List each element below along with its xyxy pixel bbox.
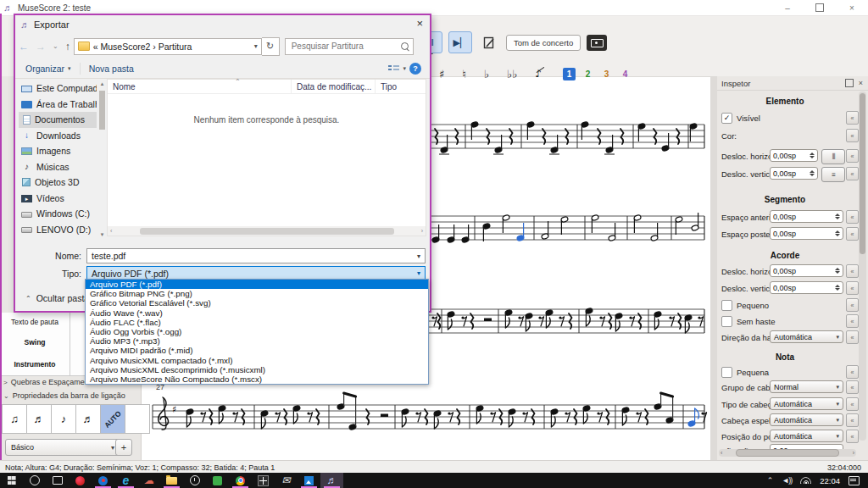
organize-menu[interactable]: Organizar ▾: [25, 64, 71, 74]
reset-button[interactable]: «: [846, 227, 859, 241]
sidebar-item-objects3d[interactable]: Objetos 3D: [19, 175, 97, 191]
help-icon[interactable]: ?: [409, 63, 421, 75]
taskbar-start-button[interactable]: [0, 473, 23, 488]
concert-pitch-button[interactable]: Tom de concerto: [506, 35, 581, 51]
image-capture-button[interactable]: [478, 32, 500, 53]
taskbar-file-explorer-button[interactable]: [160, 473, 183, 488]
snap-vertical-icon[interactable]: ≡: [821, 167, 845, 182]
hide-folders-button[interactable]: ⌃ Ocultar pastas: [25, 293, 93, 303]
scrollbar-thumb[interactable]: [736, 449, 839, 457]
filetype-option[interactable]: Áudio FLAC (*.flac): [86, 318, 428, 327]
filetype-option[interactable]: Áudio Ogg Vorbis (*.ogg): [86, 327, 428, 336]
minimize-button[interactable]: –: [771, 0, 804, 15]
taskbar-chrome-button[interactable]: [229, 473, 252, 488]
reset-button[interactable]: «: [846, 397, 859, 411]
reset-button[interactable]: «: [846, 149, 859, 163]
spinner-icon[interactable]: [835, 268, 840, 274]
reset-button[interactable]: «: [846, 129, 859, 142]
sidebar-item-music[interactable]: ♪Músicas: [19, 159, 97, 175]
palette-item-instrument[interactable]: Instrumento: [0, 353, 70, 375]
taskbar-cortana-button[interactable]: [23, 473, 46, 488]
palette-beam-props-section[interactable]: ⌄ Propriedades da barra de ligação: [3, 391, 125, 400]
spinner-icon[interactable]: [810, 152, 815, 158]
scroll-up-icon[interactable]: ▴: [98, 80, 106, 87]
snap-horizontal-icon[interactable]: ⫼: [821, 149, 845, 164]
close-button[interactable]: ×: [836, 0, 868, 15]
filetype-option[interactable]: Arquivo MIDI padrão (*.mid): [86, 346, 428, 355]
stem-direction-select[interactable]: Automática ▾: [770, 330, 843, 343]
column-name[interactable]: Nome ⌃: [108, 80, 292, 93]
taskbar-app-grid-button[interactable]: [252, 473, 275, 488]
sidebar-item-drive[interactable]: LENOVO (D:): [19, 222, 97, 238]
chord-offset-h-field[interactable]: 0,00sp: [770, 264, 843, 277]
sidebar-item-pictures[interactable]: Imagens: [19, 143, 97, 159]
column-type[interactable]: Tipo: [376, 80, 426, 93]
chord-small-checkbox[interactable]: Pequeno: [721, 298, 769, 312]
reset-button[interactable]: «: [846, 314, 859, 328]
mirror-head-select[interactable]: Automática ▾: [770, 413, 843, 426]
natural-button[interactable]: ♮: [462, 68, 466, 80]
taskbar-app-blue-button[interactable]: [92, 473, 114, 488]
wifi-icon[interactable]: [800, 477, 811, 484]
scroll-left-icon[interactable]: ‹: [110, 228, 112, 234]
beam-start-button[interactable]: ♫: [2, 404, 27, 434]
head-type-select[interactable]: Automática ▾: [770, 397, 843, 410]
taskbar-task-view-button[interactable]: [46, 473, 69, 488]
search-input[interactable]: [290, 41, 395, 52]
scroll-right-icon[interactable]: ›: [421, 228, 423, 234]
search-box[interactable]: [285, 38, 414, 55]
spinner-icon[interactable]: [810, 170, 815, 176]
double-flat-button[interactable]: ♭♭: [507, 68, 517, 80]
voice-4-button[interactable]: 4: [619, 68, 632, 80]
panel-splitter[interactable]: [710, 76, 717, 460]
view-options-icon[interactable]: [388, 64, 399, 73]
breadcrumb[interactable]: « MuseScore2 › Partitura: [93, 42, 192, 52]
chord-stemless-checkbox[interactable]: Sem haste: [721, 314, 775, 328]
sidebar-item-desktop[interactable]: Área de Trabalho: [19, 97, 97, 113]
forward-icon[interactable]: →: [36, 41, 46, 53]
taskbar-app-cloud-button[interactable]: ☁: [137, 473, 160, 488]
file-list[interactable]: Nome ⌃ Data de modificaç... Tipo Nenhum …: [107, 79, 426, 236]
filetype-option[interactable]: Gráfico Vetorial Escalável (*.svg): [86, 298, 428, 308]
scrollbar-thumb[interactable]: [140, 228, 394, 235]
reset-button[interactable]: «: [846, 264, 859, 278]
scroll-right-icon[interactable]: ›: [853, 450, 854, 456]
reset-button[interactable]: «: [846, 380, 859, 394]
spinner-icon[interactable]: [835, 214, 840, 219]
filetype-option[interactable]: Arquivo MusicXML descomprimido (*.musicx…: [86, 365, 428, 374]
reset-button[interactable]: «: [846, 413, 859, 427]
note-small-checkbox[interactable]: Pequena: [721, 365, 769, 379]
maximize-button[interactable]: [804, 0, 836, 15]
scroll-down-icon[interactable]: ▾: [98, 231, 106, 238]
reset-button[interactable]: «: [846, 167, 859, 180]
sidebar-item-computer[interactable]: Este Computador: [19, 80, 97, 97]
float-panel-icon[interactable]: [845, 79, 854, 87]
close-panel-icon[interactable]: ×: [859, 79, 863, 87]
palette-breaks-section[interactable]: > Quebras e Espaçamen: [3, 378, 89, 386]
column-date[interactable]: Data de modificaç...: [292, 80, 376, 93]
taskbar-mail-button[interactable]: ✉: [275, 473, 298, 488]
taskbar-alarms-button[interactable]: [183, 473, 206, 488]
reset-button[interactable]: «: [846, 111, 859, 125]
reset-button[interactable]: «: [846, 210, 859, 224]
workspace-select[interactable]: Básico ▾: [5, 439, 120, 456]
taskbar-edge-button[interactable]: e: [114, 473, 137, 488]
inspector-vertical-scrollbar[interactable]: [859, 92, 866, 441]
filetype-option[interactable]: Arquivo MuseScore Não Compactado (*.mscx…: [86, 374, 428, 384]
sidebar-item-drive[interactable]: Windows (C:): [19, 206, 97, 222]
dot-position-select[interactable]: Automática ▾: [770, 430, 843, 442]
element-offset-h-field[interactable]: 0,00sp: [770, 149, 818, 162]
sidebar-scrollbar[interactable]: ▴ ▾: [98, 80, 106, 238]
filetype-option[interactable]: Gráfico Bitmap PNG (*.png): [86, 289, 428, 298]
sidebar-item-documents[interactable]: Documentos: [19, 112, 97, 128]
reset-button[interactable]: «: [846, 298, 859, 312]
voice-3-button[interactable]: 3: [600, 68, 613, 80]
head-group-select[interactable]: Normal ▾: [770, 380, 843, 393]
refresh-button[interactable]: ↻: [262, 37, 280, 56]
reset-button[interactable]: «: [846, 430, 859, 443]
file-list-horizontal-scrollbar[interactable]: ‹ ›: [108, 226, 426, 236]
taskbar-app-red-button[interactable]: [69, 473, 92, 488]
recent-locations-icon[interactable]: ⌄: [53, 42, 58, 50]
pan-playback-button[interactable]: ▶▏: [448, 31, 472, 53]
chevron-down-icon[interactable]: ▾: [403, 65, 406, 72]
